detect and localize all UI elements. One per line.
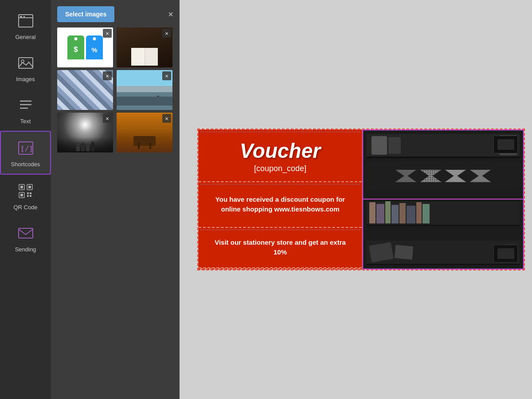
panel-header: Select images × xyxy=(57,6,173,22)
sidebar-label-shortcodes: Shortcodes xyxy=(11,161,40,168)
sending-icon xyxy=(16,223,36,243)
image-grid: $ % × × × xyxy=(57,27,173,153)
sidebar-label-text: Text xyxy=(20,118,31,125)
image-thumb-4[interactable]: × xyxy=(117,70,172,110)
svg-rect-21 xyxy=(19,228,33,238)
remove-image-4[interactable]: × xyxy=(162,71,171,80)
remove-image-6[interactable]: × xyxy=(162,114,171,123)
sidebar-item-images[interactable]: Images xyxy=(0,47,51,89)
svg-rect-18 xyxy=(30,192,31,194)
svg-rect-19 xyxy=(27,195,29,197)
text-icon xyxy=(16,95,36,115)
voucher-description-section: You have received a discount coupon for … xyxy=(199,182,362,228)
sidebar: General Images Text [/] xyxy=(0,0,51,399)
svg-rect-17 xyxy=(27,192,29,194)
canvas-area: Voucher [coupon_code] You have received … xyxy=(180,0,532,399)
sidebar-label-general: General xyxy=(15,34,35,40)
svg-rect-12 xyxy=(20,186,23,188)
image-thumb-1[interactable]: $ % × xyxy=(57,27,113,67)
remove-image-2[interactable]: × xyxy=(162,29,171,38)
sidebar-item-sending[interactable]: Sending xyxy=(0,217,51,259)
image-thumb-3[interactable]: × xyxy=(57,70,113,110)
voucher-title: Voucher xyxy=(206,140,355,162)
sidebar-label-sending: Sending xyxy=(15,246,36,253)
svg-text:[/]: [/] xyxy=(20,145,33,153)
image-thumb-2[interactable]: × xyxy=(117,27,172,67)
sidebar-item-general[interactable]: General xyxy=(0,4,51,47)
svg-rect-16 xyxy=(20,194,23,196)
voucher-extra-section: Visit our stationery store and get an ex… xyxy=(199,228,362,268)
svg-rect-20 xyxy=(30,195,31,197)
sidebar-item-shortcodes[interactable]: [/] Shortcodes xyxy=(0,131,51,175)
svg-rect-4 xyxy=(19,58,33,68)
voucher-right-panel xyxy=(362,129,524,270)
voucher-description: You have received a discount coupon for … xyxy=(207,195,353,215)
sidebar-item-text[interactable]: Text xyxy=(0,89,51,131)
voucher-card: Voucher [coupon_code] You have received … xyxy=(197,129,525,270)
sidebar-label-images: Images xyxy=(16,76,35,82)
svg-rect-3 xyxy=(23,16,25,17)
svg-rect-2 xyxy=(20,16,22,17)
image-panel: Select images × $ % × xyxy=(51,0,180,399)
voucher-code: [coupon_code] xyxy=(206,164,355,173)
image-thumb-6[interactable]: × xyxy=(117,113,172,153)
shortcodes-icon: [/] xyxy=(16,138,36,158)
remove-image-3[interactable]: × xyxy=(103,71,112,80)
window-icon xyxy=(16,11,36,31)
qr-icon xyxy=(16,181,36,201)
voucher-title-section: Voucher [coupon_code] xyxy=(199,130,362,182)
bookshelf-bottom xyxy=(363,200,523,269)
remove-image-1[interactable]: × xyxy=(103,29,112,38)
voucher-extra: Visit our stationery store and get an ex… xyxy=(207,238,353,258)
bookshelf-top xyxy=(363,130,523,200)
images-icon xyxy=(16,53,36,73)
svg-rect-14 xyxy=(28,186,31,188)
sidebar-item-qrcode[interactable]: QR Code xyxy=(0,175,51,217)
image-thumb-5[interactable]: × xyxy=(57,113,113,153)
close-panel-button[interactable]: × xyxy=(168,10,173,19)
select-images-button[interactable]: Select images xyxy=(57,6,114,22)
remove-image-5[interactable]: × xyxy=(103,114,112,123)
voucher-left-panel: Voucher [coupon_code] You have received … xyxy=(198,129,362,270)
sidebar-label-qrcode: QR Code xyxy=(13,204,37,211)
